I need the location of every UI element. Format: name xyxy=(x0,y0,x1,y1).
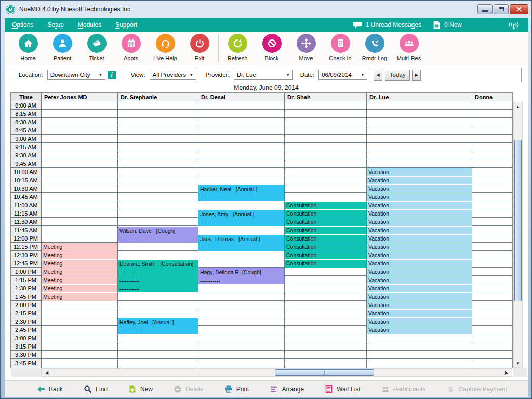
menu-item-options[interactable]: Options xyxy=(12,21,33,29)
schedule-row[interactable] xyxy=(11,351,512,359)
appointment-cell[interactable]: Vacation xyxy=(367,235,472,243)
scroll-right-icon[interactable]: ▶ xyxy=(502,369,511,376)
schedule-row[interactable] xyxy=(11,102,512,110)
appointment-cell[interactable]: Meeting xyxy=(42,276,117,284)
appointment-cell[interactable]: Consultation xyxy=(285,227,366,234)
appointment-cell[interactable]: Vacation xyxy=(367,168,472,176)
menu-item-modules[interactable]: Modules xyxy=(78,21,101,29)
view-dropdown[interactable]: All Providers ▼ xyxy=(150,70,196,80)
toolbar-button-appts[interactable]: Appts xyxy=(114,34,148,61)
vertical-scrollbar-thumb[interactable] xyxy=(514,140,522,301)
bottom-button-wait-list[interactable]: Wait List xyxy=(325,385,361,393)
appointment-cell[interactable]: Vacation xyxy=(367,243,472,251)
bottom-button-print[interactable]: Print xyxy=(224,385,249,393)
close-button[interactable] xyxy=(510,4,528,14)
horizontal-scrollbar[interactable]: ◀ ▶ xyxy=(41,368,512,377)
appointment-continuation: ----------- xyxy=(198,243,284,251)
schedule-row[interactable] xyxy=(11,343,512,351)
appointment-cell[interactable]: Meeting xyxy=(42,268,117,276)
toolbar-button-check-in[interactable]: Check In xyxy=(323,34,357,61)
bottom-button-find[interactable]: Find xyxy=(84,385,108,393)
appointment-block[interactable]: Jones, Amy [Annual ]----------- xyxy=(198,210,284,226)
appointment-block[interactable]: Jack, Thomas [Annual ]----------- xyxy=(198,235,284,251)
appointment-cell[interactable]: Consultation xyxy=(285,243,366,251)
toolbar-button-refresh[interactable]: Refresh xyxy=(220,34,255,61)
scroll-down-icon[interactable]: ▼ xyxy=(514,359,522,367)
appointment-cell[interactable]: Vacation xyxy=(367,227,472,234)
appointment-cell[interactable]: Consultation xyxy=(285,210,366,218)
maximize-button[interactable] xyxy=(494,4,509,14)
schedule-row[interactable] xyxy=(11,335,512,342)
location-info-button[interactable]: i xyxy=(108,71,116,79)
toolbar-button-ticket[interactable]: Ticket xyxy=(79,34,114,61)
minimize-button[interactable] xyxy=(477,4,493,14)
new-items-button[interactable]: 0 New xyxy=(433,21,462,30)
schedule-row[interactable] xyxy=(11,360,512,367)
appointment-cell[interactable]: Vacation xyxy=(367,301,472,309)
appointment-cell[interactable]: Vacation xyxy=(367,260,472,268)
previous-day-button[interactable]: ◀ xyxy=(374,70,382,81)
appointment-cell[interactable]: Vacation xyxy=(367,293,472,301)
bottom-button-new[interactable]: New xyxy=(128,385,153,393)
next-day-button[interactable]: ▶ xyxy=(412,70,421,81)
appointment-cell[interactable]: Vacation xyxy=(367,268,472,276)
appointment-cell[interactable]: Vacation xyxy=(367,185,472,193)
appointment-cell[interactable]: Vacation xyxy=(367,276,472,284)
appointment-cell[interactable]: Meeting xyxy=(42,285,117,292)
date-dropdown[interactable]: 06/09/2014 ▼ xyxy=(318,70,367,80)
scroll-up-icon[interactable]: ▲ xyxy=(514,102,522,111)
appointment-cell[interactable]: Vacation xyxy=(367,202,472,209)
appointment-cell[interactable]: Vacation xyxy=(367,177,472,184)
appointment-cell[interactable]: Vacation xyxy=(367,218,472,226)
schedule-row[interactable] xyxy=(11,118,512,126)
toolbar-button-exit[interactable]: Exit xyxy=(182,34,217,61)
appointment-cell[interactable]: Meeting xyxy=(42,293,117,301)
bottom-button-arrange[interactable]: Arrange xyxy=(270,385,304,393)
scroll-left-icon[interactable]: ◀ xyxy=(43,369,51,376)
schedule-row[interactable] xyxy=(11,160,512,168)
toolbar-button-live-help[interactable]: Live Help xyxy=(148,34,182,61)
appointment-cell[interactable]: Meeting xyxy=(42,251,117,259)
appointment-cell[interactable]: Vacation xyxy=(367,285,472,292)
appointment-cell[interactable]: Consultation xyxy=(285,235,366,243)
schedule-row[interactable] xyxy=(11,127,512,135)
schedule-row[interactable] xyxy=(11,152,512,159)
toolbar-button-move[interactable]: Move xyxy=(289,34,323,61)
appointment-block[interactable]: Deanna, Smith [Consultation]------------… xyxy=(118,260,198,292)
appointment-block[interactable]: Wilson, Dave [Cough]----------- xyxy=(118,227,198,243)
appointment-cell[interactable]: Vacation xyxy=(367,210,472,218)
toolbar-button-home[interactable]: Home xyxy=(11,34,45,61)
schedule-row[interactable] xyxy=(11,143,512,151)
menu-item-setup[interactable]: Setup xyxy=(47,21,63,29)
unread-messages-button[interactable]: 1 Unread Messages xyxy=(353,21,421,29)
toolbar-button-multi-res[interactable]: Multi-Res xyxy=(392,34,426,61)
appointment-cell[interactable]: Consultation xyxy=(285,251,366,259)
location-dropdown[interactable]: Downtown City ▼ xyxy=(47,70,105,80)
toolbar-button-patient[interactable]: Patient xyxy=(45,34,79,61)
schedule-row[interactable] xyxy=(11,135,512,143)
toolbar-button-block[interactable]: Block xyxy=(255,34,289,61)
today-button[interactable]: Today xyxy=(385,70,410,81)
column-header-dr-stephanie: Dr. Stephanie xyxy=(117,93,198,101)
toolbar-button-rmdr-log[interactable]: Rmdr Log xyxy=(357,34,392,61)
appointment-cell[interactable]: Vacation xyxy=(367,318,472,326)
appointment-cell[interactable]: Vacation xyxy=(367,326,472,334)
horizontal-scrollbar-thumb[interactable] xyxy=(275,369,374,376)
schedule-row[interactable] xyxy=(11,110,512,118)
vertical-scrollbar[interactable]: ▲ ▼ xyxy=(513,102,523,368)
appointment-cell[interactable]: Vacation xyxy=(367,251,472,259)
appointment-cell[interactable]: Vacation xyxy=(367,193,472,201)
menu-item-support[interactable]: Support xyxy=(115,21,137,29)
appointment-block[interactable]: Hagy, Belinda R [Cough]----------- xyxy=(198,268,284,284)
chevron-down-icon: ▼ xyxy=(283,73,290,77)
appointment-block[interactable]: Haffey, Joel [Annual ]----------- xyxy=(118,318,198,334)
appointment-cell[interactable]: Meeting xyxy=(42,243,117,251)
bottom-button-back[interactable]: Back xyxy=(37,385,63,393)
appointment-cell[interactable]: Meeting xyxy=(42,260,117,268)
appointment-cell[interactable]: Consultation xyxy=(285,260,366,268)
appointment-cell[interactable]: Vacation xyxy=(367,310,472,317)
appointment-cell[interactable]: Consultation xyxy=(285,202,366,209)
appointment-block[interactable]: Hacker, Neal [Annual ]----------- xyxy=(198,185,284,201)
appointment-cell[interactable]: Consultation xyxy=(285,218,366,226)
provider-dropdown[interactable]: Dr. Lue ▼ xyxy=(234,70,293,80)
